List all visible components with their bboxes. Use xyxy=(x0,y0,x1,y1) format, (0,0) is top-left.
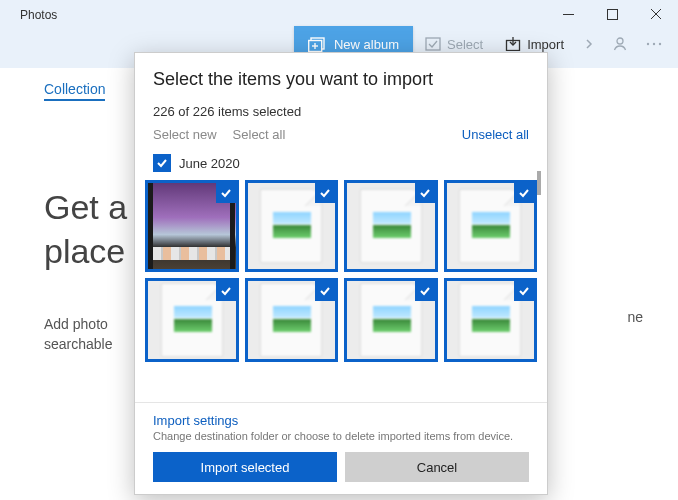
chevron-right-icon xyxy=(584,37,594,51)
import-settings-link[interactable]: Import settings xyxy=(153,413,529,428)
more-button[interactable] xyxy=(638,26,670,62)
thumbnail-item[interactable] xyxy=(145,180,239,272)
tab-collection[interactable]: Collection xyxy=(44,81,105,101)
thumbnail-grid xyxy=(135,180,547,402)
dialog-title: Select the items you want to import xyxy=(153,69,529,90)
svg-point-14 xyxy=(659,43,661,45)
close-button[interactable] xyxy=(634,0,678,28)
check-icon xyxy=(419,187,431,199)
check-icon xyxy=(220,187,232,199)
thumbnail-item[interactable] xyxy=(344,278,438,362)
generic-thumbnail xyxy=(260,283,322,357)
maximize-icon xyxy=(607,9,618,20)
thumbnail-item[interactable] xyxy=(245,180,339,272)
new-album-icon xyxy=(308,36,326,52)
thumbnail-checkmark[interactable] xyxy=(415,183,435,203)
import-selected-button[interactable]: Import selected xyxy=(153,452,337,482)
minimize-button[interactable] xyxy=(546,0,590,28)
thumbnail-item[interactable] xyxy=(444,278,538,362)
minimize-icon xyxy=(563,9,574,20)
svg-rect-8 xyxy=(426,38,440,50)
app-title: Photos xyxy=(20,8,57,22)
background-right-fragment: ne xyxy=(627,308,643,328)
svg-point-12 xyxy=(647,43,649,45)
group-checkbox[interactable] xyxy=(153,154,171,172)
check-icon xyxy=(419,285,431,297)
thumbnail-checkmark[interactable] xyxy=(514,281,534,301)
svg-rect-1 xyxy=(607,9,617,19)
selection-count: 226 of 226 items selected xyxy=(153,104,529,119)
check-icon xyxy=(518,187,530,199)
group-label: June 2020 xyxy=(179,156,240,171)
check-icon xyxy=(156,157,168,169)
dialog-footer: Import settings Change destination folde… xyxy=(135,402,547,494)
select-all-link[interactable]: Select all xyxy=(233,127,286,142)
thumbnail-checkmark[interactable] xyxy=(315,183,335,203)
account-button[interactable] xyxy=(604,26,636,62)
maximize-button[interactable] xyxy=(590,0,634,28)
select-label: Select xyxy=(447,37,483,52)
thumbnail-item[interactable] xyxy=(344,180,438,272)
select-icon xyxy=(425,37,441,51)
overflow-chevron-button[interactable] xyxy=(576,26,602,62)
thumbnail-checkmark[interactable] xyxy=(514,183,534,203)
thumbnail-item[interactable] xyxy=(145,278,239,362)
generic-thumbnail xyxy=(360,283,422,357)
cancel-button[interactable]: Cancel xyxy=(345,452,529,482)
thumbnail-checkmark[interactable] xyxy=(315,281,335,301)
group-header[interactable]: June 2020 xyxy=(153,154,529,172)
thumbnail-item[interactable] xyxy=(444,180,538,272)
generic-thumbnail xyxy=(360,189,422,263)
check-icon xyxy=(220,285,232,297)
window-controls xyxy=(546,0,678,28)
import-dialog: Select the items you want to import 226 … xyxy=(134,52,548,495)
import-label: Import xyxy=(527,37,564,52)
thumbnail-checkmark[interactable] xyxy=(216,281,236,301)
thumbnail-checkmark[interactable] xyxy=(415,281,435,301)
thumbnail-checkmark[interactable] xyxy=(216,183,236,203)
more-icon xyxy=(646,41,662,47)
svg-point-13 xyxy=(653,43,655,45)
import-icon xyxy=(505,37,521,51)
person-icon xyxy=(612,36,628,52)
close-icon xyxy=(650,8,662,20)
generic-thumbnail xyxy=(161,283,223,357)
check-icon xyxy=(319,285,331,297)
generic-thumbnail xyxy=(459,189,521,263)
generic-thumbnail xyxy=(459,283,521,357)
generic-thumbnail xyxy=(260,189,322,263)
scrollbar-thumb[interactable] xyxy=(537,171,541,195)
unselect-all-link[interactable]: Unselect all xyxy=(462,127,529,142)
new-album-label: New album xyxy=(334,37,399,52)
select-new-link[interactable]: Select new xyxy=(153,127,217,142)
import-settings-desc: Change destination folder or choose to d… xyxy=(153,430,529,442)
svg-point-11 xyxy=(617,38,623,44)
thumbnail-item[interactable] xyxy=(245,278,339,362)
check-icon xyxy=(518,285,530,297)
check-icon xyxy=(319,187,331,199)
